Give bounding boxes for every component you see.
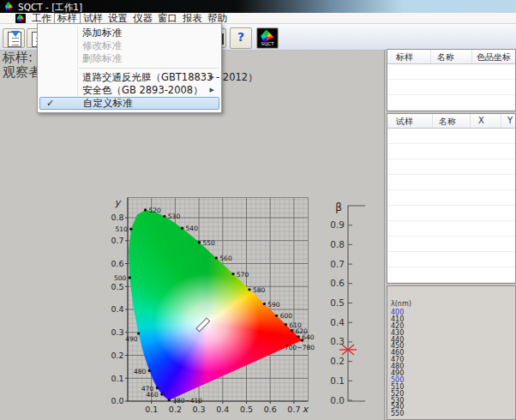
menu-item-label: 自定义标准: [83, 97, 133, 109]
beta-axis-panel: 0.00.10.20.30.40.50.60.70.80.9β: [328, 195, 378, 415]
menubar-item-窗口[interactable]: 窗口: [155, 13, 180, 23]
menubar-item-报表[interactable]: 报表: [180, 13, 205, 23]
wavelength-header: λ(nm): [391, 300, 411, 308]
table-row[interactable]: [387, 190, 515, 206]
table-row[interactable]: [387, 175, 515, 190]
column-header-Y[interactable]: Y: [507, 116, 513, 125]
submenu-arrow-icon: ▶: [210, 84, 214, 97]
menubar-item-设置[interactable]: 设置: [105, 13, 130, 23]
chromaticity-icon: [16, 14, 24, 21]
table-row[interactable]: [387, 267, 515, 283]
standard-label: 标样:: [3, 51, 41, 65]
table-row[interactable]: [387, 283, 515, 284]
menubar-item-标样[interactable]: 标样: [54, 13, 81, 24]
table-row[interactable]: [387, 111, 515, 111]
table-row[interactable]: [387, 144, 515, 159]
svg-text:0.4: 0.4: [330, 317, 345, 327]
menu-item-label: 道路交通反光膜（GBT18833 - 2012）: [82, 71, 258, 83]
menu-bar-items: 工作标样试样设置仪器窗口报表帮助: [29, 13, 230, 24]
wavelength-list[interactable]: 4004104204304404504604704804905005105205…: [391, 309, 404, 417]
samples-table-body[interactable]: [387, 129, 515, 284]
sqct-about-button[interactable]: SQCT: [256, 27, 279, 49]
column-header-标样[interactable]: 标样: [396, 51, 413, 63]
import-standard-button[interactable]: [3, 28, 25, 48]
menu-item-添加标准[interactable]: 添加标准: [38, 27, 221, 39]
table-row[interactable]: [387, 237, 515, 252]
menu-separator: [79, 68, 219, 69]
table-row[interactable]: [387, 80, 515, 95]
table-row[interactable]: [387, 206, 515, 221]
table-row[interactable]: [387, 129, 515, 144]
sqct-logo-icon: SQCT: [258, 29, 277, 47]
panel-splitter[interactable]: [384, 50, 385, 420]
column-separator: [430, 50, 431, 63]
menu-item-自定义标准[interactable]: ✓自定义标准: [39, 97, 219, 110]
chromaticity-diagram: 0.10.20.30.40.50.60.70.00.10.20.30.40.50…: [101, 193, 322, 419]
svg-text:0.6: 0.6: [330, 278, 345, 288]
menu-item-label: 修改标准: [82, 39, 122, 51]
sqct-app-icon: [3, 1, 15, 12]
standards-table-body[interactable]: [387, 64, 515, 111]
chromaticity-icon: [5, 2, 14, 11]
menu-item-label: 安全色（GB 2893-2008）: [82, 84, 203, 96]
svg-text:β: β: [335, 201, 342, 213]
window-title: SQCT - [工作1]: [18, 1, 82, 13]
wavelength-panel: λ(nm) 4004104204304404504604704804905005…: [387, 285, 516, 420]
title-bar: SQCT - [工作1]: [0, 0, 516, 13]
column-separator: [471, 50, 472, 63]
svg-text:0.2: 0.2: [330, 356, 345, 366]
column-header-试样[interactable]: 试样: [396, 116, 413, 128]
svg-text:0.8: 0.8: [330, 239, 345, 249]
standards-table-header: 标样名称色品坐标: [387, 50, 515, 64]
column-header-X[interactable]: X: [478, 116, 484, 125]
menubar-item-工作[interactable]: 工作: [29, 13, 54, 23]
sqct-application-window: { "window": {"title": "SQCT - [工作1]"}, "…: [0, 0, 516, 420]
table-row[interactable]: [387, 221, 515, 237]
observer-label: 观察者: [3, 65, 41, 80]
menu-item-修改标准[interactable]: 修改标准: [38, 39, 221, 52]
mdi-child-icon[interactable]: [15, 14, 26, 23]
svg-text:0.0: 0.0: [330, 395, 345, 405]
column-header-名称[interactable]: 名称: [437, 51, 454, 63]
menu-item-安全色（GB 2893-2008）[interactable]: 安全色（GB 2893-2008）▶: [38, 84, 221, 97]
svg-text:0.5: 0.5: [330, 297, 345, 308]
menu-item-删除标准[interactable]: 删除标准: [38, 52, 221, 65]
samples-table-header: 试样名称XY: [387, 114, 515, 129]
submenu-arrow-icon: ▶: [210, 71, 214, 84]
menu-item-label: 删除标准: [82, 52, 122, 64]
blue-down-arrow-icon: [11, 31, 20, 37]
menubar-item-仪器[interactable]: 仪器: [130, 13, 155, 23]
table-row[interactable]: [387, 95, 515, 111]
standards-table: 标样名称色品坐标: [387, 49, 516, 111]
samples-table: 试样名称XY: [387, 113, 516, 284]
standards-dropdown-menu: 添加标准修改标准删除标准道路交通反光膜（GBT18833 - 2012）▶安全色…: [37, 23, 222, 113]
menu-item-道路交通反光膜（GBT18833 - 2012）[interactable]: 道路交通反光膜（GBT18833 - 2012）▶: [38, 71, 221, 84]
observer-info-block: 标样: 观察者: [3, 51, 41, 79]
checkmark-icon: ✓: [46, 98, 54, 109]
table-row[interactable]: [387, 252, 515, 267]
column-separator: [470, 114, 471, 128]
table-row[interactable]: [387, 64, 515, 80]
svg-text:0.9: 0.9: [330, 219, 345, 230]
menubar-item-试样[interactable]: 试样: [81, 13, 105, 23]
table-row[interactable]: [387, 159, 515, 175]
help-button[interactable]: ?: [230, 27, 252, 49]
chromaticity-icon: [261, 29, 275, 42]
svg-text:0.1: 0.1: [330, 375, 345, 386]
column-header-名称[interactable]: 名称: [439, 116, 456, 128]
menubar-item-帮助[interactable]: 帮助: [205, 13, 230, 23]
column-header-色品坐标[interactable]: 色品坐标: [477, 51, 511, 63]
wavelength-item-550[interactable]: 550: [391, 411, 404, 417]
beta-axis: 0.00.10.20.30.40.50.60.70.80.9β: [328, 195, 378, 415]
menu-item-label: 添加标准: [82, 27, 122, 39]
question-mark-icon: ?: [231, 28, 251, 46]
column-separator: [432, 114, 433, 128]
svg-text:0.7: 0.7: [330, 259, 345, 269]
sqct-logo-text: SQCT: [258, 41, 277, 47]
column-separator: [501, 114, 501, 128]
